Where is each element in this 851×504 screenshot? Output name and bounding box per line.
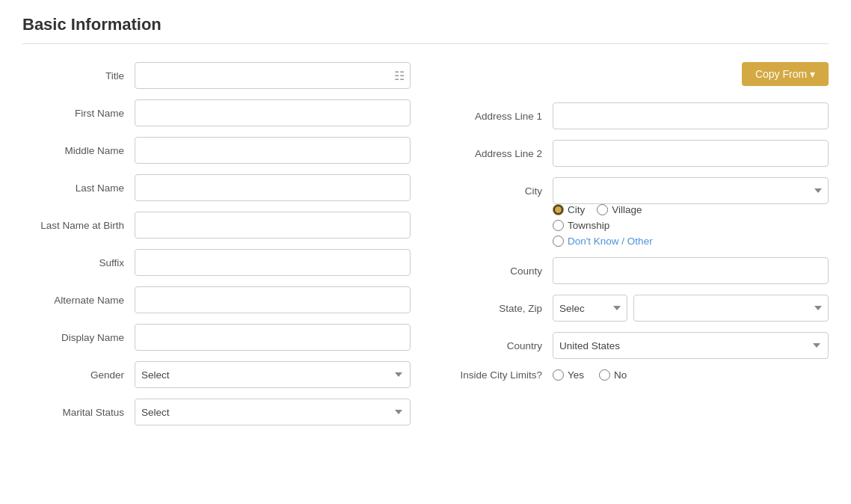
display-name-label: Display Name [22, 332, 135, 343]
inside-city-row: Inside City Limits? Yes No [440, 369, 829, 381]
title-row: Title ☷ [22, 62, 411, 89]
left-form-section: Title ☷ First Name Middle Name Last Name [22, 62, 411, 436]
gender-select[interactable]: Select [135, 361, 411, 388]
city-type-line-1: City Village [553, 204, 829, 215]
middle-name-input[interactable] [135, 137, 411, 164]
alternate-name-row: Alternate Name [22, 286, 411, 313]
radio-township-input[interactable] [553, 220, 564, 231]
radio-city-label: City [568, 204, 585, 215]
radio-inside-city-yes-input[interactable] [553, 369, 564, 381]
state-select[interactable]: Selec [553, 295, 627, 322]
county-input[interactable] [553, 257, 829, 284]
zip-select[interactable] [633, 295, 829, 322]
city-type-section: City Village Township D [553, 204, 829, 247]
suffix-row: Suffix [22, 249, 411, 276]
state-zip-label: State, Zip [440, 303, 553, 314]
middle-name-label: Middle Name [22, 145, 135, 156]
last-name-label: Last Name [22, 182, 135, 194]
first-name-row: First Name [22, 99, 411, 126]
marital-status-label: Marital Status [22, 407, 135, 418]
copy-from-button[interactable]: Copy From ▾ [742, 62, 829, 86]
country-label: Country [440, 340, 553, 351]
gender-label: Gender [22, 369, 135, 381]
address-line-1-label: Address Line 1 [440, 111, 553, 122]
last-name-input[interactable] [135, 174, 411, 201]
radio-village-input[interactable] [597, 204, 608, 215]
title-input-wrapper: ☷ [135, 62, 411, 89]
address-line-1-row: Address Line 1 [440, 102, 829, 129]
radio-inside-city-no[interactable]: No [599, 369, 627, 381]
address-line-2-row: Address Line 2 [440, 140, 829, 167]
calendar-icon: ☷ [394, 69, 405, 83]
radio-city[interactable]: City [553, 204, 585, 215]
radio-dont-know[interactable]: Don't Know / Other [553, 236, 653, 247]
right-form-section: Copy From ▾ Address Line 1 Address Line … [440, 62, 829, 436]
inside-city-radios: Yes No [553, 369, 627, 381]
city-label: City [440, 185, 553, 197]
city-type-line-3: Don't Know / Other [553, 236, 829, 247]
city-select[interactable] [553, 177, 829, 204]
radio-village[interactable]: Village [597, 204, 642, 215]
display-name-input[interactable] [135, 324, 411, 351]
suffix-label: Suffix [22, 257, 135, 268]
radio-dont-know-label: Don't Know / Other [568, 236, 653, 247]
gender-row: Gender Select [22, 361, 411, 388]
last-name-row: Last Name [22, 174, 411, 201]
radio-dont-know-input[interactable] [553, 236, 564, 247]
radio-township[interactable]: Township [553, 220, 609, 231]
marital-status-select[interactable]: Select [135, 399, 411, 425]
copy-from-row: Copy From ▾ [440, 62, 829, 96]
marital-status-row: Marital Status Select [22, 399, 411, 425]
alternate-name-label: Alternate Name [22, 295, 135, 306]
suffix-input[interactable] [135, 249, 411, 276]
title-label: Title [22, 70, 135, 82]
radio-inside-city-no-label: No [614, 369, 627, 381]
address-line-1-input[interactable] [553, 102, 829, 129]
radio-inside-city-yes[interactable]: Yes [553, 369, 584, 381]
middle-name-row: Middle Name [22, 137, 411, 164]
first-name-label: First Name [22, 108, 135, 119]
radio-inside-city-yes-label: Yes [568, 369, 584, 381]
radio-township-label: Township [568, 220, 609, 231]
last-name-at-birth-label: Last Name at Birth [22, 220, 135, 231]
radio-inside-city-no-input[interactable] [599, 369, 610, 381]
title-input[interactable] [135, 62, 411, 89]
address-line-2-label: Address Line 2 [440, 148, 553, 159]
state-zip-row: State, Zip Selec [440, 295, 829, 322]
last-name-at-birth-row: Last Name at Birth [22, 212, 411, 239]
page-title: Basic Information [22, 15, 829, 44]
address-line-2-input[interactable] [553, 140, 829, 167]
city-type-line-2: Township [553, 220, 829, 231]
last-name-at-birth-input[interactable] [135, 212, 411, 239]
alternate-name-input[interactable] [135, 286, 411, 313]
city-row: City [440, 177, 829, 204]
inside-city-label: Inside City Limits? [440, 369, 553, 381]
county-label: County [440, 265, 553, 277]
country-select[interactable]: United States [553, 332, 829, 359]
country-row: Country United States [440, 332, 829, 359]
radio-city-input[interactable] [553, 204, 564, 215]
radio-village-label: Village [612, 204, 642, 215]
display-name-row: Display Name [22, 324, 411, 351]
first-name-input[interactable] [135, 99, 411, 126]
county-row: County [440, 257, 829, 284]
